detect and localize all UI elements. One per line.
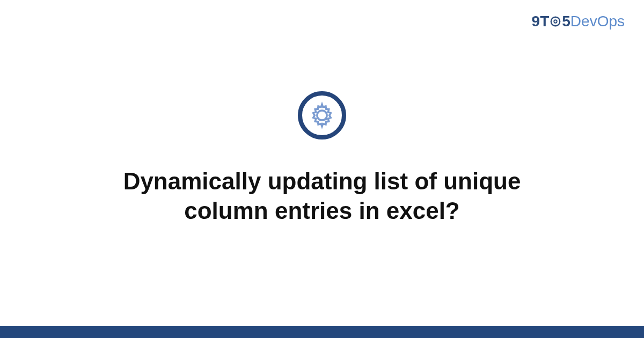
gear-icon <box>308 101 336 129</box>
main-content: Dynamically updating list of unique colu… <box>0 0 644 338</box>
footer-bar <box>0 326 644 338</box>
gear-icon-circle <box>298 91 346 139</box>
page-title: Dynamically updating list of unique colu… <box>80 166 564 225</box>
